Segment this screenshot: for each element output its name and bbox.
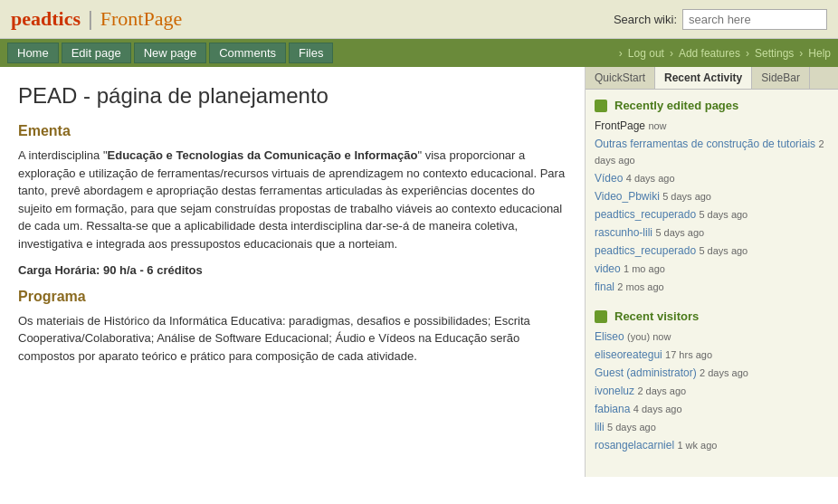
- list-item: peadtics_recuperado 5 days ago: [595, 242, 829, 259]
- sidebar-content: Recently edited pages FrontPage now Outr…: [586, 90, 838, 477]
- guest-administrator-link[interactable]: Guest (administrator): [595, 366, 697, 379]
- rosangelacarniel-link[interactable]: rosangelacarniel: [595, 439, 674, 452]
- list-item: Guest (administrator) 2 days ago: [595, 365, 829, 381]
- logo-area: peadtics | FrontPage: [11, 7, 182, 31]
- sidebar: QuickStart Recent Activity SideBar Recen…: [585, 67, 838, 477]
- home-button[interactable]: Home: [7, 43, 59, 63]
- ementa-heading: Ementa: [18, 123, 567, 139]
- carga-horaria: Carga Horária: 90 h/a - 6 créditos: [18, 262, 567, 280]
- recent-visitors-section: Recent visitors Eliseo (you) now eliseor…: [595, 309, 829, 453]
- peadtics-recuperado-link-2[interactable]: peadtics_recuperado: [595, 244, 696, 257]
- final-link[interactable]: final: [595, 281, 614, 293]
- list-item: Eliseo (you) now: [595, 328, 829, 345]
- list-item: Outras ferramentas de construção de tuto…: [595, 136, 829, 168]
- recently-edited-title: Recently edited pages: [595, 99, 829, 112]
- eliseoreategui-link[interactable]: eliseoreategui: [595, 348, 662, 361]
- main-layout: PEAD - página de planejamento Ementa A i…: [0, 67, 838, 477]
- content: PEAD - página de planejamento Ementa A i…: [0, 67, 585, 477]
- list-item: lili 5 days ago: [595, 419, 829, 435]
- lili-link[interactable]: lili: [595, 421, 605, 433]
- recent-activity-tab[interactable]: Recent Activity: [655, 67, 752, 89]
- sidebar-tabs: QuickStart Recent Activity SideBar: [586, 67, 838, 90]
- video-pbwiki-link[interactable]: Video_Pbwiki: [595, 190, 660, 203]
- list-item: Vídeo 4 days ago: [595, 170, 829, 186]
- eliseo-link[interactable]: Eliseo: [595, 330, 624, 343]
- ementa-bold: Educação e Tecnologias da Comunicação e …: [108, 148, 418, 162]
- recent-visitors-icon: [595, 310, 607, 323]
- files-button[interactable]: Files: [289, 43, 333, 63]
- recently-edited-icon: [595, 100, 607, 112]
- page-title: PEAD - página de planejamento: [18, 83, 567, 109]
- quickstart-tab[interactable]: QuickStart: [586, 67, 655, 89]
- sidebar-tab-item[interactable]: SideBar: [752, 67, 810, 89]
- list-item: final 2 mos ago: [595, 279, 829, 295]
- list-item: Video_Pbwiki 5 days ago: [595, 188, 829, 204]
- list-item: rascunho-lili 5 days ago: [595, 224, 829, 241]
- navbar: Home Edit page New page Comments Files ›…: [0, 39, 838, 67]
- add-features-link[interactable]: Add features: [679, 47, 740, 60]
- new-page-button[interactable]: New page: [134, 43, 207, 63]
- settings-link[interactable]: Settings: [755, 47, 794, 60]
- nav-links: › Log out › Add features › Settings › He…: [619, 47, 831, 60]
- recent-visitors-title: Recent visitors: [595, 309, 829, 323]
- logo-divider: |: [88, 7, 93, 31]
- logout-link[interactable]: Log out: [628, 47, 664, 60]
- nav-buttons: Home Edit page New page Comments Files: [7, 43, 333, 63]
- ivoneluz-link[interactable]: ivoneluz: [595, 385, 634, 397]
- programa-text: Os materiais de Histórico da Informática…: [18, 312, 567, 366]
- video-link[interactable]: Vídeo: [595, 172, 623, 185]
- list-item: eliseoreategui 17 hrs ago: [595, 347, 829, 363]
- programa-heading: Programa: [18, 289, 567, 305]
- recently-edited-section: Recently edited pages FrontPage now Outr…: [595, 99, 829, 295]
- rascunho-lili-link[interactable]: rascunho-lili: [595, 226, 652, 239]
- edit-page-button[interactable]: Edit page: [62, 43, 131, 63]
- logo-frontpage[interactable]: FrontPage: [100, 7, 182, 31]
- comments-button[interactable]: Comments: [209, 43, 286, 63]
- header: peadtics | FrontPage Search wiki:: [0, 0, 838, 39]
- list-item: peadtics_recuperado 5 days ago: [595, 206, 829, 223]
- list-item: ivoneluz 2 days ago: [595, 383, 829, 399]
- help-link[interactable]: Help: [808, 47, 831, 60]
- search-label: Search wiki:: [614, 13, 677, 26]
- logo-peadtics[interactable]: peadtics: [11, 7, 81, 31]
- video-link-2[interactable]: video: [595, 262, 621, 275]
- ementa-paragraph: A interdisciplina "Educação e Tecnologia…: [18, 147, 567, 252]
- fabiana-link[interactable]: fabiana: [595, 403, 630, 415]
- list-item: fabiana 4 days ago: [595, 401, 829, 417]
- outras-ferramentas-link[interactable]: Outras ferramentas de construção de tuto…: [595, 138, 815, 150]
- list-item: rosangelacarniel 1 wk ago: [595, 437, 829, 453]
- peadtics-recuperado-link-1[interactable]: peadtics_recuperado: [595, 208, 696, 221]
- search-input[interactable]: [682, 9, 827, 30]
- search-area: Search wiki:: [614, 9, 827, 30]
- list-item: video 1 mo ago: [595, 261, 829, 277]
- list-item: FrontPage now: [595, 118, 829, 134]
